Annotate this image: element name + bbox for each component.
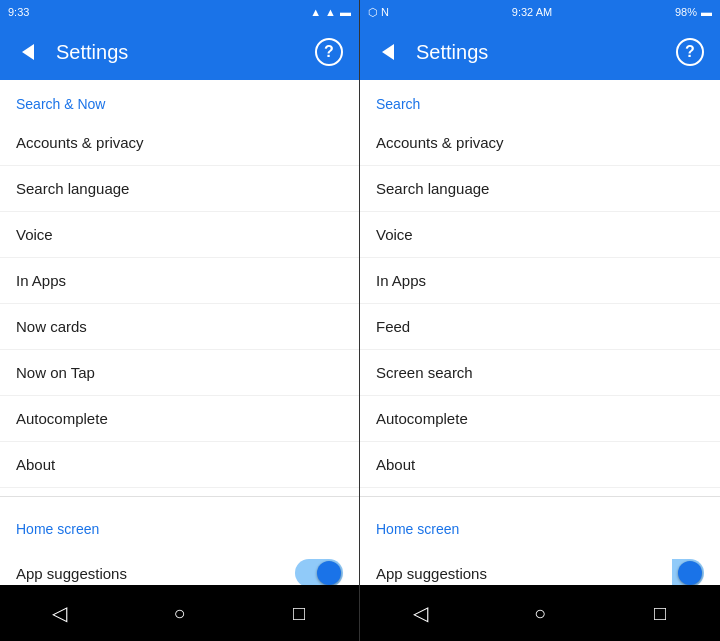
- right-nfc-icon: N: [381, 6, 389, 18]
- right-item-autocomplete[interactable]: Autocomplete: [360, 396, 720, 442]
- left-item-accounts-privacy[interactable]: Accounts & privacy: [0, 120, 359, 166]
- right-nav-recents[interactable]: □: [640, 593, 680, 633]
- right-item-feed[interactable]: Feed: [360, 304, 720, 350]
- left-item-voice[interactable]: Voice: [0, 212, 359, 258]
- left-content: Search & Now Accounts & privacy Search l…: [0, 80, 359, 585]
- right-item-screen-search[interactable]: Screen search: [360, 350, 720, 396]
- right-bluetooth-icon: ⬡: [368, 6, 378, 19]
- left-item-now-cards[interactable]: Now cards: [0, 304, 359, 350]
- right-item-accounts-privacy[interactable]: Accounts & privacy: [360, 120, 720, 166]
- right-item-in-apps[interactable]: In Apps: [360, 258, 720, 304]
- right-battery-pct: 98%: [675, 6, 697, 18]
- right-section-header-home-screen: Home screen: [360, 505, 720, 545]
- right-item-about[interactable]: About: [360, 442, 720, 488]
- right-app-suggestions-label: App suggestions: [376, 565, 487, 582]
- right-section-header-search: Search: [360, 80, 720, 120]
- right-status-icons-left: ⬡ N: [368, 6, 389, 19]
- left-help-button[interactable]: ?: [315, 38, 343, 66]
- left-item-about[interactable]: About: [0, 442, 359, 488]
- left-status-time: 9:33: [8, 6, 29, 18]
- right-section-divider: [360, 496, 720, 497]
- left-nav-home-icon: ○: [173, 602, 185, 625]
- right-help-button[interactable]: ?: [676, 38, 704, 66]
- right-item-search-language[interactable]: Search language: [360, 166, 720, 212]
- right-item-voice[interactable]: Voice: [360, 212, 720, 258]
- right-nav-back-icon: ◁: [413, 601, 428, 625]
- right-nav-home[interactable]: ○: [520, 593, 560, 633]
- left-nav-back-icon: ◁: [52, 601, 67, 625]
- wifi-icon: ▲: [325, 6, 336, 18]
- left-panel: 9:33 ▲ ▲ ▬ Settings ? Search & Now Accou…: [0, 0, 360, 641]
- left-back-arrow-icon: [22, 44, 34, 60]
- right-back-arrow-icon: [382, 44, 394, 60]
- right-top-bar: Settings ?: [360, 24, 720, 80]
- signal-icon: ▲: [310, 6, 321, 18]
- left-section-divider: [0, 496, 359, 497]
- left-nav-recents-icon: □: [293, 602, 305, 625]
- right-app-suggestions-toggle-partial[interactable]: [672, 559, 704, 585]
- left-item-app-suggestions[interactable]: App suggestions: [0, 545, 359, 585]
- right-bottom-nav: ◁ ○ □: [360, 585, 720, 641]
- left-status-bar: 9:33 ▲ ▲ ▬: [0, 0, 359, 24]
- left-top-bar: Settings ?: [0, 24, 359, 80]
- left-nav-back[interactable]: ◁: [40, 593, 80, 633]
- left-item-search-language[interactable]: Search language: [0, 166, 359, 212]
- right-content: Search Accounts & privacy Search languag…: [360, 80, 720, 585]
- left-item-now-on-tap[interactable]: Now on Tap: [0, 350, 359, 396]
- left-item-autocomplete[interactable]: Autocomplete: [0, 396, 359, 442]
- right-status-time: 9:32 AM: [512, 6, 552, 18]
- left-back-button[interactable]: [16, 40, 40, 64]
- right-nav-home-icon: ○: [534, 602, 546, 625]
- battery-icon: ▬: [340, 6, 351, 18]
- left-item-in-apps[interactable]: In Apps: [0, 258, 359, 304]
- right-nav-recents-icon: □: [654, 602, 666, 625]
- left-settings-title: Settings: [56, 41, 299, 64]
- left-section-header-search-now: Search & Now: [0, 80, 359, 120]
- left-status-icons: ▲ ▲ ▬: [310, 6, 351, 18]
- left-section-header-home-screen: Home screen: [0, 505, 359, 545]
- left-bottom-nav: ◁ ○ □: [0, 585, 359, 641]
- left-nav-recents[interactable]: □: [279, 593, 319, 633]
- right-toggle-thumb: [678, 561, 702, 585]
- left-app-suggestions-toggle[interactable]: [295, 559, 343, 585]
- right-item-app-suggestions[interactable]: App suggestions: [360, 545, 720, 585]
- right-battery-icon: ▬: [701, 6, 712, 18]
- right-panel: ⬡ N 9:32 AM 98% ▬ Settings ? Search Acco…: [360, 0, 720, 641]
- right-nav-back[interactable]: ◁: [400, 593, 440, 633]
- right-back-button[interactable]: [376, 40, 400, 64]
- left-nav-home[interactable]: ○: [159, 593, 199, 633]
- left-app-suggestions-label: App suggestions: [16, 565, 127, 582]
- right-status-bar: ⬡ N 9:32 AM 98% ▬: [360, 0, 720, 24]
- right-settings-title: Settings: [416, 41, 660, 64]
- right-status-icons-right: 98% ▬: [675, 6, 712, 18]
- left-toggle-thumb-on: [317, 561, 341, 585]
